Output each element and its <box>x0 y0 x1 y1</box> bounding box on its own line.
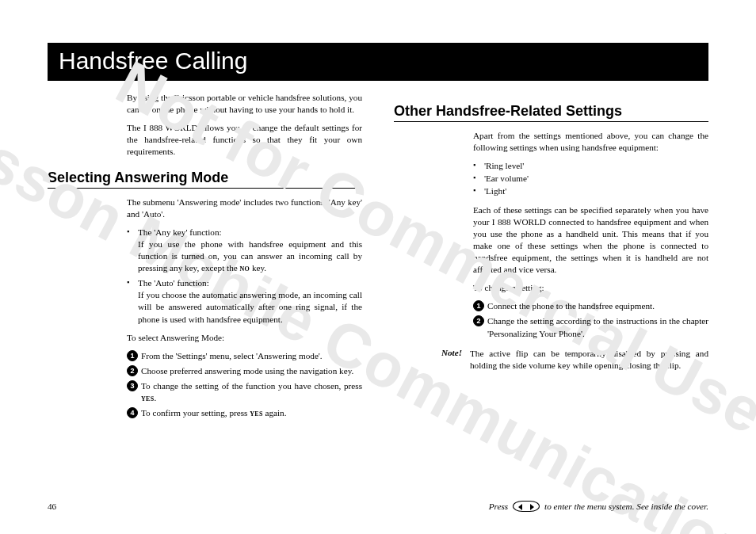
yes-key-2: yes <box>250 408 262 418</box>
step-4: To confirm your setting, press yes again… <box>127 407 362 419</box>
change-step-1: Connect the phone to the handsfree equip… <box>473 300 708 312</box>
step-3-post: . <box>154 393 156 402</box>
left-column: By using the Ericsson portable or vehicl… <box>48 92 362 425</box>
page-title: Handsfree Calling <box>59 48 697 74</box>
step-2: Choose preferred answering mode using th… <box>127 365 362 377</box>
page-number: 46 <box>48 502 56 511</box>
yes-key-1: yes <box>141 393 154 402</box>
steps-answering: From the 'Settings' menu, select 'Answer… <box>127 350 362 420</box>
footer-hint-pre: Press <box>489 502 508 511</box>
bullet-any-key-title: The 'Any key' function: <box>138 227 222 237</box>
title-bar: Handsfree Calling <box>48 43 708 81</box>
intro-1: By using the Ericsson portable or vehicl… <box>127 92 362 116</box>
setting-ear-volume: 'Ear volume' <box>473 173 708 185</box>
intro-2: The I 888 WORLD allows you to change the… <box>127 122 362 158</box>
note-row: Note! The active flip can be temporarily… <box>394 348 708 372</box>
step-1: From the 'Settings' menu, select 'Answer… <box>127 350 362 362</box>
step-3: To change the setting of the function yo… <box>127 380 362 404</box>
other-intro: Apart from the settings mentioned above,… <box>473 130 708 154</box>
setting-light: 'Light' <box>473 185 708 197</box>
bullet-any-key-body-post: key. <box>250 263 266 273</box>
heading-answering-mode: Selecting Answering Mode <box>48 170 362 189</box>
bullet-any-key: The 'Any key' function: If you use the p… <box>127 227 362 274</box>
answering-intro: The submenu 'Answering mode' includes tw… <box>127 196 362 220</box>
bullet-auto-body: If you choose the automatic answering mo… <box>138 290 362 323</box>
to-select-label: To select Answering Mode: <box>127 332 362 344</box>
settings-explain: Each of these settings can be specified … <box>473 204 708 277</box>
no-key: no <box>240 263 250 273</box>
nav-key-icon <box>513 501 540 512</box>
settings-list: 'Ring level' 'Ear volume' 'Light' <box>473 160 708 197</box>
step-4-pre: To confirm your setting, press <box>141 408 250 418</box>
setting-ring-level: 'Ring level' <box>473 160 708 172</box>
bullet-auto: The 'Auto' function: If you choose the a… <box>127 277 362 325</box>
step-4-post: again. <box>263 408 287 418</box>
heading-other-settings: Other Handsfree-Related Settings <box>394 103 708 122</box>
page: Not for Commercial Use Ericsson Mobile C… <box>0 0 756 534</box>
to-change-label: To change a setting: <box>473 282 708 294</box>
function-list: The 'Any key' function: If you use the p… <box>127 227 362 326</box>
columns: By using the Ericsson portable or vehicl… <box>48 92 708 425</box>
bullet-auto-title: The 'Auto' function: <box>138 278 209 288</box>
note-label: Note! <box>394 348 462 372</box>
note-body: The active flip can be temporarily disab… <box>470 348 708 372</box>
right-column: Other Handsfree-Related Settings Apart f… <box>394 92 708 425</box>
footer-hint-post: to enter the menu system. See inside the… <box>544 502 708 511</box>
step-3-pre: To change the setting of the function yo… <box>141 381 362 391</box>
change-step-2: Change the setting according to the inst… <box>473 315 708 339</box>
steps-change: Connect the phone to the handsfree equip… <box>473 300 708 339</box>
footer-hint: Press to enter the menu system. See insi… <box>489 501 708 512</box>
footer: 46 Press to enter the menu system. See i… <box>48 501 708 512</box>
